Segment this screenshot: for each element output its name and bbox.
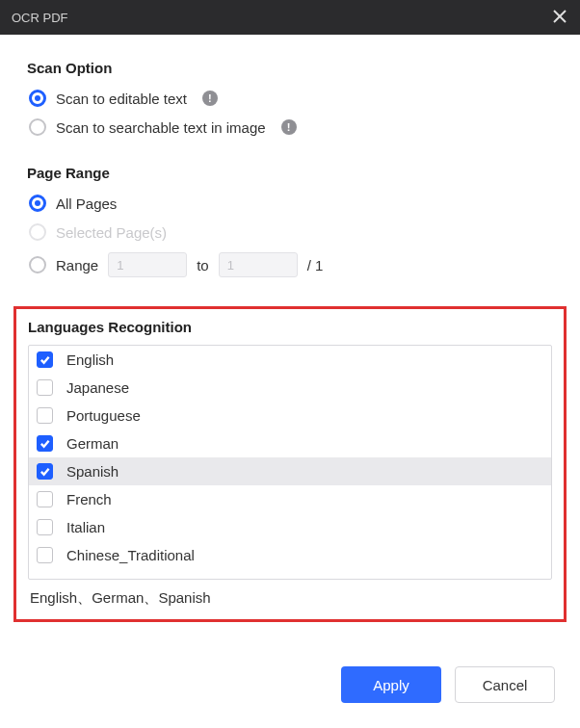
page-range-title: Page Range	[27, 165, 553, 181]
range-to-label: to	[197, 257, 209, 273]
languages-title: Languages Recognition	[28, 319, 552, 335]
language-checkbox[interactable]	[37, 351, 53, 368]
languages-section-highlight: Languages Recognition EnglishJapanesePor…	[13, 306, 567, 622]
apply-button[interactable]: Apply	[341, 666, 441, 703]
cancel-button[interactable]: Cancel	[455, 666, 555, 703]
range-from-input[interactable]	[108, 252, 187, 277]
dialog-title: OCR PDF	[12, 11, 68, 25]
radio-scan-editable[interactable]	[29, 90, 46, 107]
language-row[interactable]: Spanish	[29, 457, 551, 485]
scan-option-editable-row[interactable]: Scan to editable text !	[27, 90, 553, 107]
info-icon[interactable]: !	[202, 91, 218, 106]
language-row[interactable]: Italian	[29, 513, 551, 541]
close-icon	[553, 10, 567, 26]
scan-option-searchable-row[interactable]: Scan to searchable text in image !	[27, 118, 553, 136]
language-row[interactable]: English	[29, 346, 551, 374]
language-row[interactable]: Chinese_Traditional	[29, 541, 551, 569]
titlebar: OCR PDF	[0, 0, 580, 35]
language-checkbox[interactable]	[37, 435, 53, 452]
language-label: Japanese	[66, 379, 129, 396]
radio-selected-pages	[29, 223, 46, 241]
language-label: Chinese_Traditional	[66, 547, 195, 563]
language-label: French	[66, 491, 112, 507]
language-checkbox[interactable]	[37, 407, 53, 424]
language-label: German	[66, 435, 119, 452]
radio-all-pages[interactable]	[29, 195, 46, 212]
scan-option-title: Scan Option	[27, 60, 553, 76]
radio-range-label: Range	[56, 257, 98, 273]
language-row[interactable]: French	[29, 485, 551, 513]
apply-button-label: Apply	[373, 677, 409, 693]
radio-range[interactable]	[29, 256, 46, 273]
language-checkbox[interactable]	[37, 491, 53, 507]
dialog-content: Scan Option Scan to editable text ! Scan…	[0, 35, 580, 645]
ocr-pdf-dialog: OCR PDF Scan Option Scan to editable tex…	[0, 0, 580, 728]
radio-scan-searchable-label: Scan to searchable text in image	[56, 119, 266, 136]
languages-listbox[interactable]: EnglishJapanesePortugueseGermanSpanishFr…	[28, 345, 552, 580]
language-label: Portuguese	[66, 407, 141, 424]
language-checkbox[interactable]	[37, 463, 53, 480]
language-label: Italian	[66, 519, 105, 535]
radio-all-pages-label: All Pages	[56, 195, 117, 212]
info-icon[interactable]: !	[281, 119, 297, 135]
language-label: Spanish	[66, 463, 119, 480]
page-range-custom-row[interactable]: Range to / 1	[27, 252, 553, 277]
language-row[interactable]: Portuguese	[29, 402, 551, 429]
languages-summary: English、German、Spanish	[28, 580, 552, 608]
language-checkbox[interactable]	[37, 379, 53, 396]
radio-selected-pages-label: Selected Page(s)	[56, 224, 167, 241]
range-to-input[interactable]	[219, 252, 298, 277]
close-button[interactable]	[551, 9, 568, 26]
radio-scan-editable-label: Scan to editable text	[56, 91, 187, 107]
page-range-all-row[interactable]: All Pages	[27, 195, 553, 212]
radio-scan-searchable[interactable]	[29, 118, 46, 136]
dialog-footer: Apply Cancel	[0, 645, 580, 728]
range-total-pages: / 1	[307, 257, 324, 273]
page-range-selected-row: Selected Page(s)	[27, 223, 553, 241]
cancel-button-label: Cancel	[483, 677, 528, 693]
language-row[interactable]: German	[29, 429, 551, 457]
language-label: English	[66, 351, 114, 368]
language-checkbox[interactable]	[37, 519, 53, 535]
language-row[interactable]: Japanese	[29, 374, 551, 402]
language-checkbox[interactable]	[37, 547, 53, 563]
